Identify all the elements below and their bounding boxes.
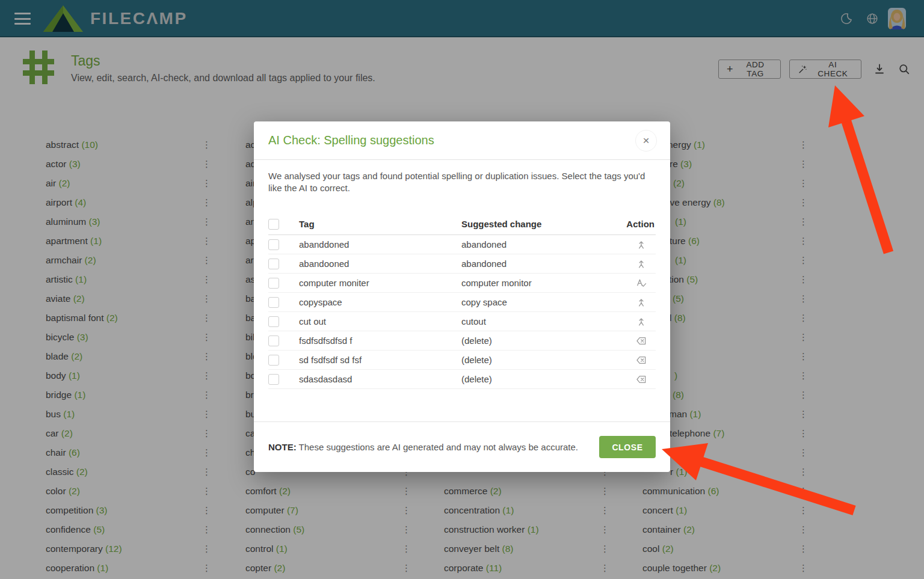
backspace-icon — [614, 354, 656, 366]
suggestion-change: computer monitor — [461, 278, 614, 288]
suggestion-row: computer monitercomputer monitor — [268, 274, 656, 293]
ai-check-modal: AI Check: Spelling suggestions × We anal… — [254, 121, 670, 472]
suggestion-row: copyspacecopy space — [268, 293, 656, 312]
close-button[interactable]: CLOSE — [599, 436, 656, 458]
backspace-icon — [614, 335, 656, 347]
suggestion-tag: copyspace — [299, 297, 461, 307]
select-all-checkbox[interactable] — [268, 219, 279, 230]
row-checkbox[interactable] — [268, 316, 279, 327]
suggestions-table-header: Tag Suggested change Action — [268, 213, 656, 235]
suggestion-tag: fsdfsdfsdfsd f — [299, 335, 461, 346]
modal-description: We analysed your tags and found potentia… — [268, 170, 658, 194]
merge-icon — [614, 316, 656, 328]
suggestion-change: (delete) — [461, 374, 614, 384]
suggestion-row: abanddonedabandoned — [268, 235, 656, 254]
suggestion-change: cutout — [461, 316, 614, 326]
spellcheck-icon — [614, 277, 656, 289]
column-header-suggested: Suggested change — [461, 219, 614, 229]
merge-icon — [614, 296, 656, 308]
suggestion-change: abandoned — [461, 239, 614, 250]
suggestion-row: cut outcutout — [268, 312, 656, 331]
modal-note: NOTE: These suggestions are AI generated… — [268, 442, 578, 452]
row-checkbox[interactable] — [268, 259, 279, 269]
row-checkbox[interactable] — [268, 297, 279, 308]
close-icon[interactable]: × — [635, 130, 657, 152]
suggestion-change: (delete) — [461, 355, 614, 365]
merge-icon — [614, 239, 656, 251]
suggestion-row: sd fsdfsdf sd fsf(delete) — [268, 351, 656, 370]
suggestion-change: (delete) — [461, 335, 614, 346]
row-checkbox[interactable] — [268, 335, 279, 346]
merge-icon — [614, 258, 656, 270]
row-checkbox[interactable] — [268, 278, 279, 289]
suggestion-tag: abandooned — [299, 259, 461, 269]
suggestions-table-body: abanddonedabandonedabandoonedabandonedco… — [268, 235, 656, 389]
column-header-action: Action — [614, 219, 656, 229]
suggestion-tag: computer moniter — [299, 278, 461, 288]
suggestions-table: Tag Suggested change Action abanddonedab… — [268, 213, 656, 389]
suggestion-tag: abanddoned — [299, 239, 461, 250]
modal-footer: NOTE: These suggestions are AI generated… — [254, 421, 670, 472]
row-checkbox[interactable] — [268, 239, 279, 250]
modal-header: AI Check: Spelling suggestions × — [254, 121, 670, 160]
suggestion-tag: sd fsdfsdf sd fsf — [299, 355, 461, 365]
suggestion-row: fsdfsdfsdfsd f(delete) — [268, 331, 656, 351]
suggestion-change: copy space — [461, 297, 614, 307]
row-checkbox[interactable] — [268, 374, 279, 385]
suggestion-row: sdasdasdasd(delete) — [268, 370, 656, 389]
modal-title: AI Check: Spelling suggestions — [268, 133, 434, 147]
suggestion-tag: sdasdasdasd — [299, 374, 461, 384]
suggestion-tag: cut out — [299, 316, 461, 326]
row-checkbox[interactable] — [268, 355, 279, 366]
suggestion-row: abandoonedabandoned — [268, 254, 656, 274]
backspace-icon — [614, 373, 656, 385]
suggestion-change: abandoned — [461, 259, 614, 269]
column-header-tag: Tag — [299, 219, 461, 229]
